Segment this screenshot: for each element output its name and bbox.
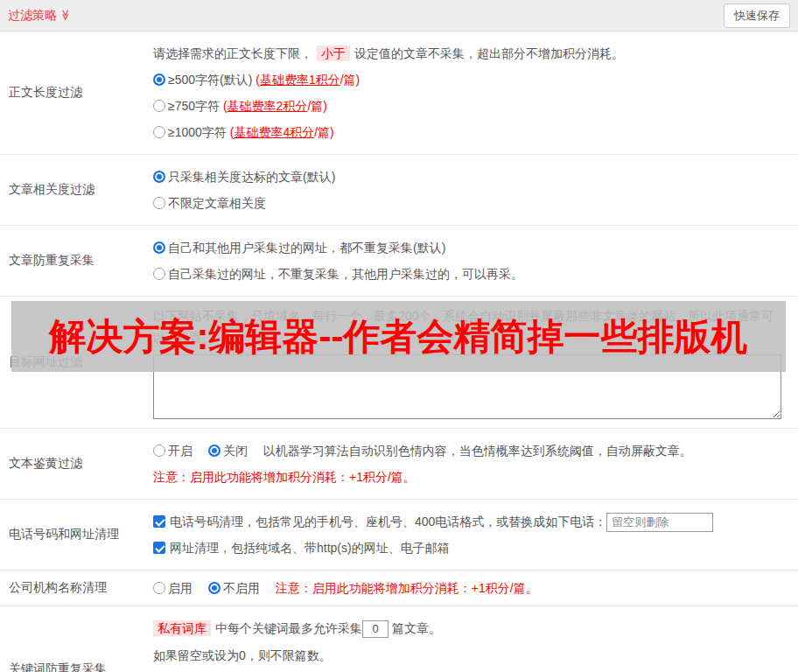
porn-on-label: 开启 — [168, 444, 192, 458]
body-length-filter-content: 请选择需求的正文长度下限，小于设定值的文章不采集，超出部分不增加积分消耗。 ≥5… — [153, 32, 798, 154]
row-body-length-filter: 正文长度过滤 请选择需求的正文长度下限，小于设定值的文章不采集，超出部分不增加积… — [0, 32, 798, 155]
page-header: 过滤策略≫ 快速保存 — [0, 0, 798, 32]
url-clean-line: 网址清理，包括纯域名、带http(s)的网址、电子邮箱 — [153, 535, 789, 561]
porn-option-off: 关闭 — [208, 444, 248, 458]
fee-rate-link[interactable]: 基础费率2积分 — [228, 99, 308, 113]
body-length-filter-label: 正文长度过滤 — [0, 32, 153, 154]
company-option-on: 启用 — [153, 581, 192, 595]
company-off-label: 不启用 — [223, 581, 260, 595]
length-option-1000: ≥1000字符 (基础费率4积分/篇) — [153, 119, 789, 145]
length-option-1000-fee: (基础费率4积分/篇) — [230, 125, 334, 139]
dedup-option-all-users: 自己和其他用户采集过的网址，都不重复采集(默认) — [153, 234, 789, 261]
radio-1000-chars[interactable] — [153, 126, 165, 138]
radio-relevance-any[interactable] — [153, 197, 165, 209]
quick-save-button[interactable]: 快速保存 — [724, 4, 790, 28]
length-option-1000-label: ≥1000字符 — [168, 125, 227, 139]
keyword-limit-input[interactable] — [362, 620, 388, 638]
porn-filter-desc: 以机器学习算法自动识别色情内容，当色情概率达到系统阈值，自动屏蔽文章。 — [263, 444, 692, 458]
company-clean-options: 启用 不启用 注意：启用此功能将增加积分消耗：+1积分/篇。 — [153, 579, 789, 597]
length-option-750: ≥750字符 (基础费率2积分/篇) — [153, 93, 789, 119]
radio-company-off[interactable] — [208, 582, 220, 594]
porn-filter-label: 文本鉴黄过滤 — [0, 429, 153, 499]
body-length-intro: 请选择需求的正文长度下限，小于设定值的文章不采集，超出部分不增加积分消耗。 — [153, 40, 789, 66]
radio-relevance-strict[interactable] — [153, 171, 165, 183]
company-clean-content: 启用 不启用 注意：启用此功能将增加积分消耗：+1积分/篇。 — [153, 570, 798, 606]
dedup-collect-label: 文章防重复采集 — [0, 226, 153, 296]
radio-dedup-self-only[interactable] — [153, 268, 165, 280]
phone-url-clean-label: 电话号码和网址清理 — [0, 500, 153, 570]
relevance-filter-content: 只采集相关度达标的文章(默认) 不限定文章相关度 — [153, 155, 798, 225]
radio-porn-off[interactable] — [208, 444, 220, 457]
relevance-option-strict: 只采集相关度达标的文章(默认) — [153, 164, 789, 190]
keyword-limit-tail: 篇文章。 — [392, 621, 441, 635]
row-dedup-collect: 文章防重复采集 自己和其他用户采集过的网址，都不重复采集(默认) 自己采集过的网… — [0, 226, 798, 297]
fee-rate-link[interactable]: 基础费率1积分 — [260, 73, 340, 87]
length-option-500-fee: (基础费率1积分/篇) — [256, 73, 360, 87]
target-url-filter-label: 目标网址过滤 — [0, 297, 153, 428]
keyword-dedup-content: 私有词库中每个关键词最多允许采集 篇文章。 如果留空或设为0，则不限篇数。 如果… — [153, 606, 798, 672]
row-target-url-filter: 目标网址过滤 以下网站不采集，只填域名，每行一个，最多200个。系统会自动识别并… — [0, 297, 798, 429]
private-thesaurus-link[interactable]: 私有词库 — [153, 620, 211, 636]
company-clean-label: 公司机构名称清理 — [0, 570, 153, 606]
page-title-text: 过滤策略 — [8, 8, 57, 22]
page-title[interactable]: 过滤策略≫ — [8, 8, 72, 24]
porn-filter-content: 开启 关闭 以机器学习算法自动识别色情内容，当色情概率达到系统阈值，自动屏蔽文章… — [153, 429, 798, 499]
porn-filter-warning: 注意：启用此功能将增加积分消耗：+1积分/篇。 — [153, 464, 789, 490]
length-option-750-fee: (基础费率2积分/篇) — [223, 99, 327, 113]
company-option-off: 不启用 — [208, 581, 260, 595]
url-clean-label: 网址清理，包括纯域名、带http(s)的网址、电子邮箱 — [170, 541, 450, 555]
keyword-limit-line: 私有词库中每个关键词最多允许采集 篇文章。 — [153, 615, 789, 642]
blocked-sites-textarea[interactable] — [153, 354, 781, 419]
dedup-collect-content: 自己和其他用户采集过的网址，都不重复采集(默认) 自己采集过的网址，不重复采集，… — [153, 226, 798, 296]
phone-replace-input[interactable] — [606, 513, 713, 532]
row-relevance-filter: 文章相关度过滤 只采集相关度达标的文章(默认) 不限定文章相关度 — [0, 155, 798, 226]
length-option-500-label: ≥500字符(默认) — [168, 73, 252, 87]
fee-tail: /篇) — [314, 125, 334, 139]
radio-500-chars[interactable] — [153, 74, 165, 86]
checkbox-url-clean[interactable] — [153, 542, 165, 554]
length-option-750-label: ≥750字符 — [168, 99, 220, 113]
relevance-filter-label: 文章相关度过滤 — [0, 155, 153, 225]
double-chevron-down-icon: ≫ — [60, 9, 72, 20]
dedup-option-self-only: 自己采集过的网址，不重复采集，其他用户采集过的，可以再采。 — [153, 261, 789, 287]
row-phone-url-clean: 电话号码和网址清理 电话号码清理，包括常见的手机号、座机号、400电话格式，或替… — [0, 500, 798, 570]
relevance-any-label: 不限定文章相关度 — [168, 196, 266, 210]
relevance-option-any: 不限定文章相关度 — [153, 190, 789, 216]
porn-option-on: 开启 — [153, 444, 192, 458]
keyword-limit-mid: 中每个关键词最多允许采集 — [215, 621, 362, 635]
row-keyword-dedup: 关键词防重复采集 私有词库中每个关键词最多允许采集 篇文章。 如果留空或设为0，… — [0, 606, 798, 672]
target-url-filter-content: 以下网站不采集，只填域名，每行一个，最多200个。系统会自动识别并屏蔽那些非文章… — [153, 297, 798, 428]
row-company-clean: 公司机构名称清理 启用 不启用 注意：启用此功能将增加积分消耗：+1积分/篇。 — [0, 570, 798, 606]
intro-prefix: 请选择需求的正文长度下限， — [153, 46, 312, 60]
radio-porn-on[interactable] — [153, 444, 165, 457]
phone-clean-label: 电话号码清理，包括常见的手机号、座机号、400电话格式，或替换成如下电话： — [170, 514, 606, 528]
less-than-tag: 小于 — [317, 46, 350, 61]
company-clean-warning: 注意：启用此功能将增加积分消耗：+1积分/篇。 — [276, 581, 538, 595]
company-on-label: 启用 — [168, 581, 192, 595]
phone-url-clean-content: 电话号码清理，包括常见的手机号、座机号、400电话格式，或替换成如下电话： 网址… — [153, 500, 798, 570]
length-option-500: ≥500字符(默认) (基础费率1积分/篇) — [153, 66, 789, 93]
fee-rate-link[interactable]: 基础费率4积分 — [234, 125, 314, 139]
keyword-rule-zero: 如果留空或设为0，则不限篇数。 — [153, 642, 789, 669]
phone-clean-line: 电话号码清理，包括常见的手机号、座机号、400电话格式，或替换成如下电话： — [153, 508, 789, 535]
fee-tail: /篇) — [307, 99, 327, 113]
intro-suffix: 设定值的文章不采集，超出部分不增加积分消耗。 — [354, 46, 624, 60]
porn-off-label: 关闭 — [223, 444, 248, 458]
porn-filter-options: 开启 关闭 以机器学习算法自动识别色情内容，当色情概率达到系统阈值，自动屏蔽文章… — [153, 438, 789, 464]
checkbox-phone-clean[interactable] — [153, 515, 165, 528]
radio-company-on[interactable] — [153, 582, 165, 594]
fee-tail: /篇) — [340, 73, 360, 87]
keyword-dedup-label: 关键词防重复采集 — [0, 606, 153, 672]
dedup-self-only-label: 自己采集过的网址，不重复采集，其他用户采集过的，可以再采。 — [168, 267, 523, 281]
dedup-all-users-label: 自己和其他用户采集过的网址，都不重复采集(默认) — [168, 241, 445, 255]
radio-750-chars[interactable] — [153, 100, 165, 112]
relevance-strict-label: 只采集相关度达标的文章(默认) — [168, 170, 335, 184]
row-porn-filter: 文本鉴黄过滤 开启 关闭 以机器学习算法自动识别色情内容，当色情概率达到系统阈值… — [0, 429, 798, 500]
radio-dedup-all-users[interactable] — [153, 242, 165, 254]
target-url-desc: 以下网站不采集，只填域名，每行一个，最多200个。系统会自动识别并屏蔽那些非文章… — [153, 305, 783, 349]
